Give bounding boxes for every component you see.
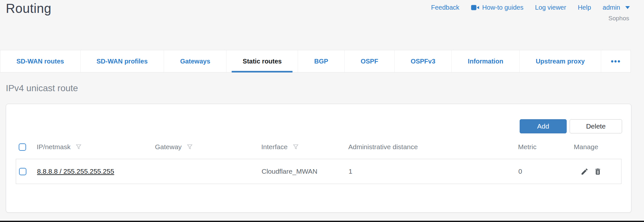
delete-button[interactable]: Delete	[570, 119, 622, 133]
chevron-down-icon	[625, 6, 630, 9]
route-ip-netmask-link[interactable]: 8.8.8.8 / 255.255.255.255	[37, 168, 114, 175]
tab-label: Information	[468, 58, 503, 65]
tab-ospfv3[interactable]: OSPFv3	[394, 50, 451, 72]
tab-label: OSPF	[360, 58, 378, 65]
table-toolbar: Add Delete	[520, 119, 622, 133]
trash-icon[interactable]	[594, 168, 602, 176]
tab-information[interactable]: Information	[451, 50, 519, 72]
tab-gateways[interactable]: Gateways	[164, 50, 226, 72]
ellipsis-icon: •••	[611, 57, 621, 66]
tab-bgp[interactable]: BGP	[298, 50, 344, 72]
tab-label: Gateways	[180, 58, 210, 65]
page-title: Routing	[6, 1, 51, 16]
route-metric-value: 0	[518, 168, 522, 175]
funnel-icon[interactable]	[186, 143, 193, 150]
howto-guides-link[interactable]: How-to guides	[471, 4, 524, 11]
section-title: IPv4 unicast route	[6, 83, 78, 93]
tab-ospf[interactable]: OSPF	[344, 50, 394, 72]
funnel-icon[interactable]	[292, 143, 299, 150]
brand-label: Sophos	[609, 15, 629, 22]
feedback-link-label: Feedback	[431, 4, 459, 11]
log-viewer-label: Log viewer	[535, 4, 566, 11]
tab-label: OSPFv3	[411, 58, 436, 65]
help-label: Help	[578, 4, 591, 11]
tab-label: SD-WAN profiles	[96, 58, 148, 65]
screen-bottom-edge	[0, 221, 644, 222]
add-button[interactable]: Add	[520, 119, 567, 133]
tab-upstream-proxy[interactable]: Upstream proxy	[519, 50, 601, 72]
col-metric: Metric	[518, 143, 536, 151]
tab-label: Upstream proxy	[536, 58, 585, 65]
howto-guides-label: How-to guides	[482, 4, 524, 11]
row-checkbox[interactable]	[19, 168, 26, 175]
col-manage: Manage	[574, 143, 598, 151]
col-ip-netmask: IP/netmask	[37, 143, 71, 151]
col-gateway: Gateway	[155, 143, 182, 151]
header-nav: Feedback How-to guides Log viewer Help a…	[431, 4, 630, 11]
tab-sdwan-profiles[interactable]: SD-WAN profiles	[80, 50, 164, 72]
route-admin-distance-value: 1	[349, 168, 352, 175]
table-row: 8.8.8.8 / 255.255.255.255 Cloudflare_MWA…	[16, 159, 621, 184]
funnel-icon[interactable]	[75, 143, 82, 150]
feedback-link[interactable]: Feedback	[431, 4, 459, 11]
route-interface-value: Cloudflare_MWAN	[262, 168, 317, 175]
tab-label: Static routes	[243, 58, 282, 65]
tab-sdwan-routes[interactable]: SD-WAN routes	[0, 50, 80, 72]
tab-label: SD-WAN routes	[16, 58, 64, 65]
video-camera-icon	[471, 5, 479, 11]
tab-overflow-button[interactable]: •••	[601, 50, 630, 72]
tab-label: BGP	[314, 58, 328, 65]
admin-menu-label: admin	[603, 4, 620, 11]
tab-static-routes[interactable]: Static routes	[226, 50, 298, 72]
col-admin-distance: Administrative distance	[348, 143, 418, 151]
admin-menu[interactable]: admin	[603, 4, 630, 11]
select-all-checkbox[interactable]	[19, 143, 26, 151]
pencil-icon[interactable]	[581, 168, 589, 176]
tab-bar: SD-WAN routes SD-WAN profiles Gateways S…	[0, 50, 631, 72]
static-routes-panel: Add Delete IP/netmask Gateway Interface	[6, 104, 631, 213]
help-link[interactable]: Help	[578, 4, 591, 11]
log-viewer-link[interactable]: Log viewer	[535, 4, 566, 11]
table-header-row: IP/netmask Gateway Interface A	[16, 139, 621, 155]
col-interface: Interface	[261, 143, 288, 151]
